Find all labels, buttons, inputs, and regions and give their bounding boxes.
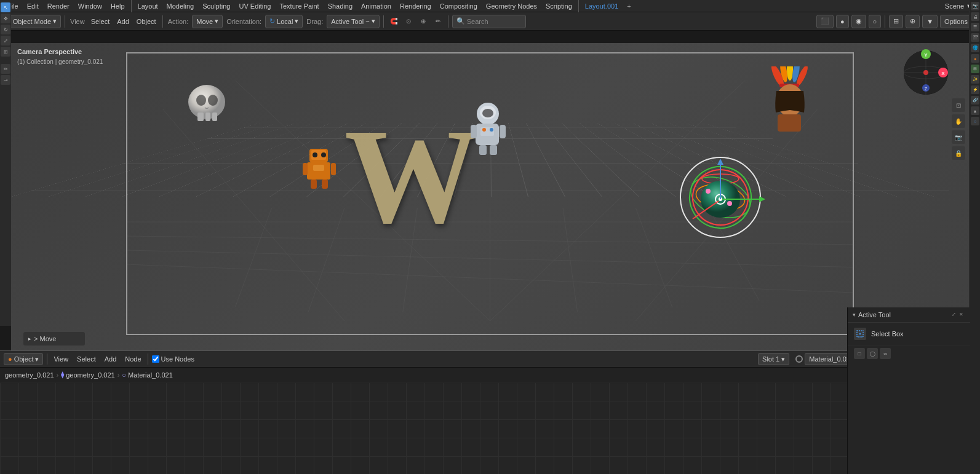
prop-modifier-icon[interactable]: ⊞ (971, 65, 979, 73)
menu-geometry-nodes[interactable]: Geometry Nodes (482, 0, 541, 12)
vp-persp-ortho-icon[interactable]: ⊡ (952, 98, 965, 112)
tool-transform[interactable]: ⊞ (1, 47, 10, 57)
node-tb-sep2 (148, 354, 148, 365)
object-mode-btn[interactable]: ● Object Mode ▾ (2, 15, 61, 28)
svg-rect-30 (313, 165, 324, 171)
viewport-shade-render[interactable]: ○ (869, 15, 882, 28)
node-slot-btn[interactable]: Slot 1 ▾ (758, 353, 789, 365)
navigation-gizmo[interactable]: X Y Z (901, 48, 950, 97)
prop-render-icon[interactable]: 📷 (971, 2, 979, 10)
camera-perspective-label: Camera Perspective (1) Collection | geom… (17, 47, 103, 66)
proportional-btn[interactable]: ⊙ (402, 15, 415, 28)
prop-particles-icon[interactable]: ✨ (971, 75, 979, 84)
viewport-shade-material[interactable]: ◉ (851, 15, 866, 28)
overlays-btn[interactable]: ⊞ (889, 15, 903, 28)
svg-rect-27 (331, 163, 336, 175)
action-btn[interactable]: Move ▾ (192, 15, 223, 28)
menu-compositing[interactable]: Compositing (436, 0, 481, 12)
menu-sculpting[interactable]: Sculpting (199, 0, 234, 12)
tool-icon-2[interactable]: ◯ (867, 348, 878, 359)
menu-edit[interactable]: Edit (23, 0, 42, 12)
menu-animation[interactable]: Animation (357, 0, 395, 12)
node-obj-icon: ● (8, 355, 12, 363)
menu-help[interactable]: Help (107, 0, 129, 12)
node-view-btn[interactable]: View (51, 355, 71, 363)
vp-lock-icon[interactable]: 🔒 (952, 146, 965, 160)
prop-physics-icon[interactable]: ⚡ (971, 85, 979, 94)
menu-rendering[interactable]: Rendering (396, 0, 435, 12)
tool-move[interactable]: ✥ (1, 14, 10, 23)
tool-scale[interactable]: ⤢ (1, 36, 10, 45)
menu-add-workspace[interactable]: + (623, 0, 634, 12)
menu-layout[interactable]: Layout (134, 0, 162, 12)
use-nodes-wrap[interactable]: Use Nodes (152, 355, 194, 363)
node-grid-bg (0, 382, 980, 474)
object-label[interactable]: Object (134, 18, 159, 25)
search-btn[interactable]: 🔍 Search (452, 15, 526, 28)
svg-text:Y: Y (924, 52, 928, 58)
select-label[interactable]: Select (89, 18, 113, 25)
select-box-icon (854, 328, 866, 340)
viewport-shade-solid[interactable]: ● (836, 15, 849, 28)
breadcrumb-icon-3: ○ (122, 371, 126, 379)
active-tool-title: Active Tool (858, 311, 891, 318)
search-placeholder: Search (467, 18, 488, 25)
prop-world-icon[interactable]: 🌐 (971, 44, 979, 52)
menu-uv-editing[interactable]: UV Editing (235, 0, 274, 12)
breadcrumb-2[interactable]: geometry_0.021 (66, 371, 115, 379)
orientation-btn[interactable]: ↻ Local ▾ (265, 15, 303, 28)
menu-texture-paint[interactable]: Texture Paint (276, 0, 322, 12)
prop-scene-icon[interactable]: 🎬 (971, 33, 979, 42)
drag-btn[interactable]: Active Tool ~ ▾ (327, 15, 379, 28)
active-tool-item[interactable]: Select Box (848, 323, 970, 346)
prop-constraint-icon[interactable]: 🔗 (971, 96, 979, 105)
vp-move-icon[interactable]: ✋ (952, 114, 965, 128)
menu-layout-001[interactable]: Layout.001 (581, 0, 622, 12)
menu-render[interactable]: Render (44, 0, 73, 12)
menu-sep-2 (578, 0, 579, 12)
prop-output-icon[interactable]: 🖨 (971, 12, 979, 21)
svg-rect-36 (500, 125, 506, 138)
vp-camera-icon[interactable]: 📷 (952, 130, 965, 144)
node-area[interactable]: Hue/Saturation/Value Color ▸ BASE COLOR … (0, 382, 980, 474)
move-collapse-bar[interactable]: ▸ > Move (23, 332, 85, 346)
menu-modeling[interactable]: Modeling (163, 0, 198, 12)
viewport-shade-wire[interactable]: ⬛ (816, 15, 834, 28)
menu-shading[interactable]: Shading (324, 0, 356, 12)
prop-view-layer-icon[interactable]: ☰ (971, 23, 979, 31)
tb-sep-4 (448, 15, 448, 28)
node-select-btn[interactable]: Select (74, 355, 98, 363)
menu-scripting[interactable]: Scripting (542, 0, 576, 12)
prop-material-icon[interactable]: ○ (971, 117, 979, 125)
grease-pencil-btn[interactable]: ✏ (432, 15, 444, 28)
snap-options-btn[interactable]: ⊕ (417, 15, 429, 28)
menu-window[interactable]: Window (74, 0, 106, 12)
tool-annotate[interactable]: ✏ (1, 64, 10, 74)
scene-content: W (126, 52, 854, 335)
active-tool-close[interactable]: ✕ (959, 312, 965, 318)
add-label[interactable]: Add (114, 18, 132, 25)
node-tb-sep1 (47, 354, 47, 365)
active-tool-expand[interactable]: ⤢ (952, 312, 958, 318)
search-icon: 🔍 (456, 17, 465, 25)
prop-object-icon[interactable]: ● (971, 54, 979, 63)
breadcrumb-3[interactable]: Material_0.021 (128, 371, 173, 379)
svg-rect-51 (778, 114, 801, 132)
breadcrumb-1[interactable]: geometry_0.021 (5, 371, 54, 379)
gizmos-btn[interactable]: ⊕ (906, 15, 920, 28)
node-node-btn[interactable]: Node (122, 355, 143, 363)
use-nodes-checkbox[interactable] (152, 355, 159, 363)
viewport-3d[interactable]: W (11, 43, 969, 350)
prop-data-icon[interactable]: ▲ (971, 106, 979, 115)
tool-cursor[interactable]: ↖ (1, 2, 10, 12)
svg-point-79 (923, 70, 928, 75)
tool-icon-3[interactable]: ∞ (880, 348, 891, 359)
tool-rotate[interactable]: ↻ (1, 25, 10, 34)
node-object-btn[interactable]: ● Object ▾ (4, 353, 43, 365)
tool-icon-1[interactable]: □ (854, 348, 865, 359)
node-add-btn[interactable]: Add (102, 355, 119, 363)
tool-measure[interactable]: ⊸ (1, 75, 10, 85)
snap-magnet-btn[interactable]: 🧲 (388, 15, 400, 28)
filter-btn[interactable]: ▼ (922, 15, 938, 28)
select-box-label: Select Box (871, 330, 904, 338)
